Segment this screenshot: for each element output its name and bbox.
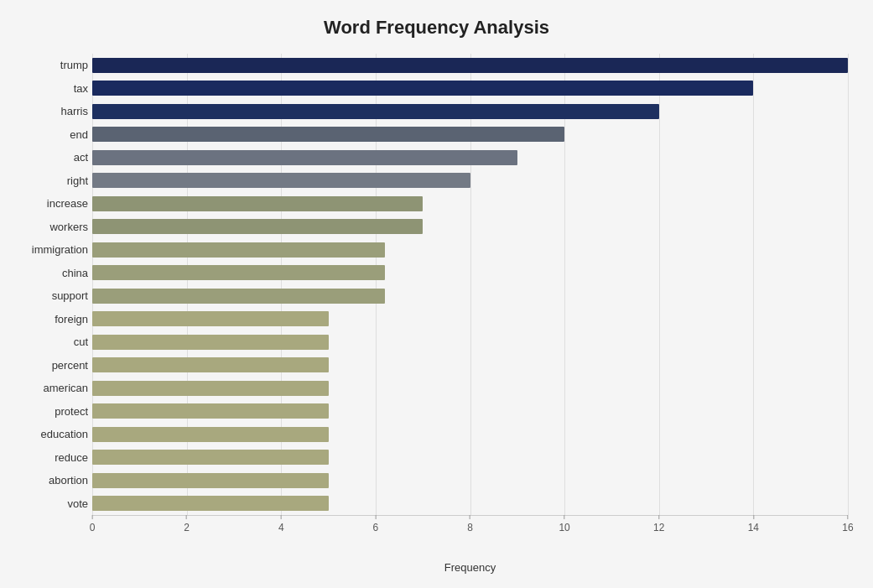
bar bbox=[92, 173, 470, 188]
bar bbox=[92, 242, 385, 258]
x-tick-line bbox=[186, 515, 187, 519]
bar bbox=[92, 196, 423, 211]
bar bbox=[92, 127, 564, 142]
bar-label: abortion bbox=[4, 474, 88, 487]
bar-label: education bbox=[4, 428, 88, 440]
bar-row: foreign bbox=[92, 310, 848, 328]
bar bbox=[92, 450, 329, 465]
chart-container: Word Frequency Analysis trumptaxharrisen… bbox=[0, 0, 873, 588]
bar bbox=[92, 357, 329, 372]
bar-row: cut bbox=[92, 333, 848, 351]
x-tick-line bbox=[847, 515, 848, 519]
chart-title: Word Frequency Analysis bbox=[25, 17, 848, 39]
x-axis: 0246810121416 Frequency bbox=[92, 515, 848, 549]
bar-row: support bbox=[92, 287, 848, 305]
bar bbox=[92, 381, 329, 396]
bar-label: tax bbox=[4, 82, 88, 95]
x-tick: 10 bbox=[559, 515, 569, 533]
bar-label: cut bbox=[4, 336, 88, 348]
bar-row: right bbox=[92, 171, 848, 190]
bars-wrapper: trumptaxharrisendactrightincreaseworkers… bbox=[92, 54, 848, 515]
x-tick-line bbox=[92, 515, 93, 519]
x-tick: 0 bbox=[90, 515, 96, 533]
bar-label: protect bbox=[4, 405, 88, 418]
bar-label: increase bbox=[4, 197, 88, 210]
bar-row: china bbox=[92, 263, 848, 282]
bar-label: vote bbox=[4, 497, 88, 510]
x-tick: 14 bbox=[748, 515, 759, 533]
x-tick-line bbox=[564, 515, 565, 519]
bar bbox=[92, 335, 329, 350]
bar bbox=[92, 473, 329, 488]
x-tick-label: 0 bbox=[90, 522, 96, 533]
x-tick: 12 bbox=[653, 515, 664, 533]
x-tick: 4 bbox=[278, 515, 284, 533]
bar bbox=[92, 81, 753, 96]
bar-row: act bbox=[92, 148, 848, 167]
x-tick: 16 bbox=[842, 515, 853, 533]
bar-row: education bbox=[92, 425, 848, 444]
x-tick-line bbox=[470, 515, 470, 519]
bar-label: percent bbox=[4, 359, 88, 372]
x-tick-label: 10 bbox=[559, 522, 569, 533]
bar bbox=[92, 427, 329, 442]
bar-label: china bbox=[4, 267, 88, 279]
chart-area: trumptaxharrisendactrightincreaseworkers… bbox=[92, 54, 848, 549]
bar-label: immigration bbox=[4, 243, 88, 256]
x-tick-line bbox=[658, 515, 659, 519]
x-tick: 8 bbox=[467, 515, 473, 533]
x-tick-label: 12 bbox=[653, 522, 664, 533]
bar-row: tax bbox=[92, 79, 848, 97]
x-tick-line bbox=[281, 515, 282, 519]
bar-label: end bbox=[4, 128, 88, 141]
bar-row: reduce bbox=[92, 448, 848, 466]
bar-label: reduce bbox=[4, 451, 88, 464]
bar-row: american bbox=[92, 379, 848, 398]
bar-label: harris bbox=[4, 105, 88, 117]
x-tick-label: 16 bbox=[842, 522, 853, 533]
bar-row: immigration bbox=[92, 241, 848, 259]
bar-row: end bbox=[92, 125, 848, 143]
bar bbox=[92, 403, 329, 419]
bar-row: trump bbox=[92, 56, 848, 75]
bar-label: support bbox=[4, 289, 88, 302]
bar-label: workers bbox=[4, 221, 88, 233]
x-tick-label: 8 bbox=[467, 522, 473, 533]
bar-row: percent bbox=[92, 356, 848, 374]
bar-label: american bbox=[4, 382, 88, 394]
bar-row: protect bbox=[92, 402, 848, 420]
bar-label: trump bbox=[4, 59, 88, 71]
x-tick-line bbox=[753, 515, 754, 519]
bar bbox=[92, 219, 423, 234]
x-tick: 2 bbox=[184, 515, 190, 533]
bar-row: vote bbox=[92, 494, 848, 513]
x-tick-line bbox=[375, 515, 376, 519]
bar bbox=[92, 311, 329, 326]
bar bbox=[92, 289, 385, 304]
bar bbox=[92, 150, 517, 165]
bar-label: right bbox=[4, 174, 88, 187]
bar-row: abortion bbox=[92, 471, 848, 490]
bar bbox=[92, 104, 659, 119]
x-tick: 6 bbox=[373, 515, 379, 533]
bar-row: increase bbox=[92, 195, 848, 213]
bar bbox=[92, 265, 385, 280]
bar bbox=[92, 58, 848, 73]
bar bbox=[92, 496, 329, 511]
bar-label: foreign bbox=[4, 313, 88, 325]
grid-line bbox=[848, 54, 849, 515]
bar-row: harris bbox=[92, 102, 848, 121]
x-axis-title: Frequency bbox=[92, 561, 848, 574]
x-tick-label: 14 bbox=[748, 522, 759, 533]
bar-label: act bbox=[4, 151, 88, 164]
x-tick-label: 2 bbox=[184, 522, 190, 533]
x-tick-label: 6 bbox=[373, 522, 379, 533]
bar-row: workers bbox=[92, 217, 848, 236]
x-tick-label: 4 bbox=[278, 522, 284, 533]
